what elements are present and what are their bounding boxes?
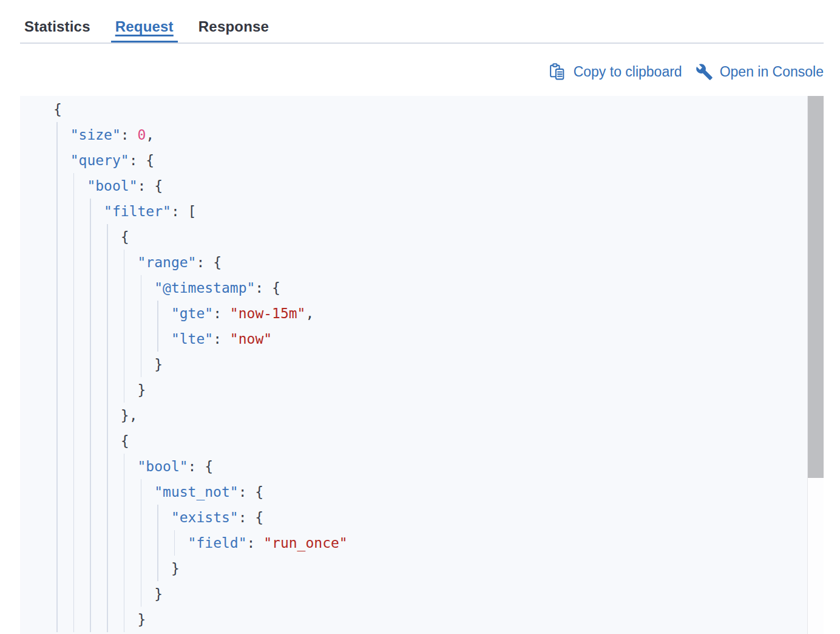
indent-guide <box>124 301 125 326</box>
indent-guide <box>107 505 108 530</box>
indent-guide <box>124 250 125 275</box>
indent-guide <box>141 505 142 530</box>
tab-request[interactable]: Request <box>115 0 174 44</box>
indent-guide <box>73 377 75 403</box>
indent-guide <box>56 352 58 377</box>
indent-guide <box>107 454 108 479</box>
indent-guide <box>73 581 75 607</box>
indent-guide <box>141 479 142 505</box>
indent-guide <box>90 352 91 377</box>
indent-guide <box>56 122 58 148</box>
indent-guide <box>107 581 108 607</box>
indent-guide <box>90 428 91 454</box>
indent-guide <box>73 556 75 581</box>
indent-guide <box>73 403 75 428</box>
code-content: {"size": 0,"query": {"bool": {"filter": … <box>20 96 824 632</box>
open-in-console-button[interactable]: Open in Console <box>696 63 824 81</box>
indent-guide <box>56 326 58 352</box>
indent-guide <box>107 377 108 403</box>
indent-guide <box>124 275 125 301</box>
indent-guide <box>107 403 108 428</box>
copy-clipboard-icon <box>548 63 567 81</box>
indent-guide <box>124 530 125 556</box>
code-line: "lte": "now" <box>20 326 799 352</box>
tabs: Statistics Request Response <box>24 0 269 44</box>
indent-guide <box>107 607 108 632</box>
indent-guide <box>73 224 75 250</box>
code-line: } <box>20 377 799 403</box>
indent-guide <box>56 479 58 505</box>
tab-response[interactable]: Response <box>198 0 269 44</box>
indent-guide <box>90 454 91 479</box>
indent-guide <box>73 326 75 352</box>
indent-guide <box>124 479 125 505</box>
scrollbar-thumb[interactable] <box>808 96 824 478</box>
code-line: } <box>20 581 799 607</box>
code-line: "bool": { <box>20 454 799 479</box>
indent-guide <box>90 607 91 632</box>
indent-guide <box>56 428 58 454</box>
indent-guide <box>73 352 75 377</box>
indent-guide <box>141 530 142 556</box>
indent-guide <box>56 377 58 403</box>
indent-guide <box>90 199 91 224</box>
indent-guide <box>157 530 158 556</box>
vertical-scrollbar[interactable] <box>807 96 824 634</box>
indent-guide <box>141 556 142 581</box>
indent-guide <box>90 581 91 607</box>
indent-guide <box>56 275 58 301</box>
code-line: "exists": { <box>20 505 799 530</box>
indent-guide <box>157 326 158 352</box>
indent-guide <box>56 199 58 224</box>
indent-guide <box>90 250 91 275</box>
indent-guide <box>124 454 125 479</box>
indent-guide <box>56 607 58 632</box>
indent-guide <box>90 505 91 530</box>
indent-guide <box>141 275 142 301</box>
indent-guide <box>73 199 75 224</box>
indent-guide <box>73 505 75 530</box>
indent-guide <box>56 224 58 250</box>
actions-row: Copy to clipboard Open in Console <box>548 60 824 84</box>
indent-guide <box>90 301 91 326</box>
code-line: { <box>20 428 799 454</box>
open-in-console-label: Open in Console <box>720 64 824 80</box>
indent-guide <box>90 224 91 250</box>
indent-guide <box>124 556 125 581</box>
code-line: "filter": [ <box>20 199 799 224</box>
indent-guide <box>73 454 75 479</box>
request-code-panel[interactable]: {"size": 0,"query": {"bool": {"filter": … <box>20 96 824 634</box>
indent-guide <box>56 250 58 275</box>
indent-guide <box>157 301 158 326</box>
indent-guide <box>107 326 108 352</box>
code-line: "bool": { <box>20 173 799 199</box>
indent-guide <box>90 326 91 352</box>
indent-guide <box>73 428 75 454</box>
wrench-icon <box>696 63 713 81</box>
indent-guide <box>141 326 142 352</box>
code-line: "field": "run_once" <box>20 530 799 556</box>
indent-guide <box>90 403 91 428</box>
indent-guide <box>56 301 58 326</box>
copy-to-clipboard-button[interactable]: Copy to clipboard <box>548 63 682 81</box>
indent-guide <box>73 173 75 199</box>
indent-guide <box>73 250 75 275</box>
indent-guide <box>73 301 75 326</box>
indent-guide <box>107 275 108 301</box>
indent-guide <box>73 479 75 505</box>
indent-guide <box>124 505 125 530</box>
indent-guide <box>141 301 142 326</box>
indent-guide <box>107 250 108 275</box>
indent-guide <box>124 352 125 377</box>
indent-guide <box>124 377 125 403</box>
indent-guide <box>56 530 58 556</box>
code-line: "gte": "now-15m", <box>20 301 799 326</box>
indent-guide <box>124 607 125 632</box>
indent-guide <box>107 530 108 556</box>
code-line: "must_not": { <box>20 479 799 505</box>
indent-guide <box>56 454 58 479</box>
code-line: } <box>20 607 799 632</box>
indent-guide <box>107 479 108 505</box>
indent-guide <box>141 352 142 377</box>
tab-statistics[interactable]: Statistics <box>24 0 90 44</box>
